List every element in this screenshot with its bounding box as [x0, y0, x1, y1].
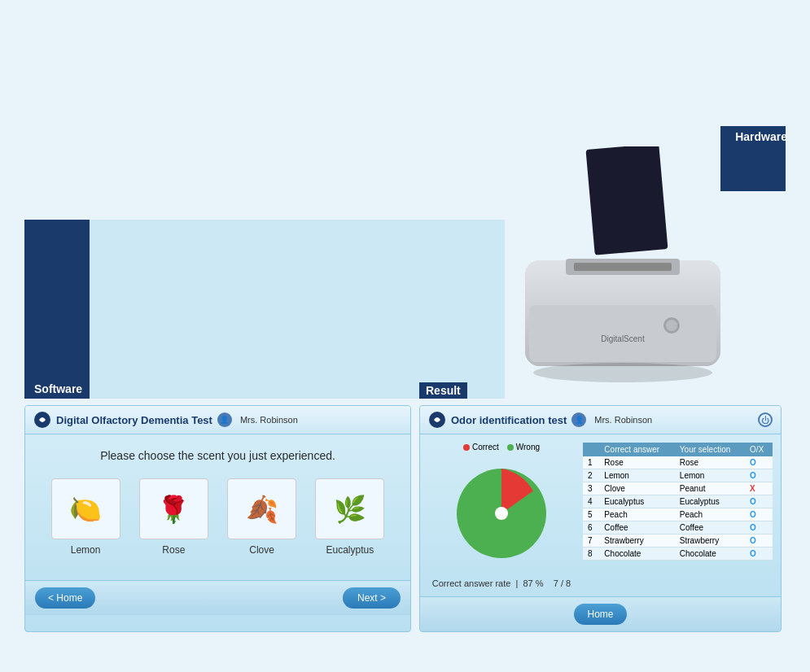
chart-area: Correct Wrong — [428, 443, 575, 588]
table-row: 1 Rose Rose O — [583, 456, 773, 469]
software-next-button[interactable]: Next > — [343, 587, 401, 609]
result-content: Correct Wrong — [420, 434, 781, 596]
correct-rate-label: Correct answer rate — [432, 578, 511, 588]
svg-rect-0 — [586, 146, 668, 255]
cell-correct: Chocolate — [599, 548, 674, 561]
cell-num: 5 — [583, 508, 599, 521]
cell-correct: Clove — [599, 482, 674, 495]
legend-wrong-label: Wrong — [516, 443, 540, 452]
ds-logo-software — [33, 411, 51, 429]
cell-correct: Eucalyptus — [599, 495, 674, 508]
results-table: Correct answer Your selection O/X 1 Rose… — [583, 443, 773, 561]
bg-light-right — [399, 220, 505, 399]
result-home-button[interactable]: Home — [574, 604, 626, 625]
scent-lemon[interactable]: 🍋 Lemon — [51, 478, 120, 556]
cell-ox: O — [745, 535, 773, 548]
cell-correct: Coffee — [599, 521, 674, 535]
legend-wrong-dot — [507, 444, 514, 451]
scent-eucalyptus[interactable]: 🌿 Eucalyptus — [315, 478, 384, 556]
table-row: 7 Strawberry Strawberry O — [583, 535, 773, 548]
cell-selected: Peach — [675, 508, 745, 521]
cell-selected: Lemon — [675, 469, 745, 482]
th-ox: O/X — [745, 443, 773, 456]
table-row: 2 Lemon Lemon O — [583, 469, 773, 482]
cell-num: 7 — [583, 535, 599, 548]
lemon-label: Lemon — [71, 544, 101, 556]
th-selected: Your selection — [675, 443, 745, 456]
result-panel-title: Odor identification test — [451, 414, 567, 426]
bg-light-left — [90, 220, 440, 399]
legend-correct-label: Correct — [472, 443, 499, 452]
cell-num: 6 — [583, 521, 599, 535]
scent-options: 🍋 Lemon 🌹 Rose 🍂 Clove 🌿 Eucalyptus — [42, 478, 394, 556]
software-content: Please choose the scent you just experie… — [25, 434, 410, 580]
cell-correct: Lemon — [599, 469, 674, 482]
cell-correct: Peach — [599, 508, 674, 521]
svg-point-13 — [495, 507, 508, 520]
hardware-device: DigitalScent — [509, 146, 737, 391]
cell-ox: X — [745, 482, 773, 495]
hardware-label: Hardware — [735, 130, 787, 143]
cell-ox: O — [745, 521, 773, 535]
svg-rect-4 — [574, 263, 672, 271]
user-icon-result: 👤 — [571, 412, 586, 427]
eucalyptus-image: 🌿 — [315, 478, 384, 539]
th-num — [583, 443, 599, 456]
legend-correct-dot — [463, 444, 470, 451]
eucalyptus-label: Eucalyptus — [326, 544, 374, 556]
power-button[interactable]: ⏻ — [758, 412, 773, 427]
table-row: 5 Peach Peach O — [583, 508, 773, 521]
software-panel-header: Digital Olfactory Dementia Test 👤 Mrs. R… — [25, 406, 410, 434]
software-label: Software — [34, 382, 82, 395]
chart-legend: Correct Wrong — [463, 443, 540, 452]
user-icon-software: 👤 — [217, 412, 232, 427]
cell-selected: Coffee — [675, 521, 745, 535]
correct-rate-fraction: 7 / 8 — [554, 578, 571, 588]
cell-correct: Strawberry — [599, 535, 674, 548]
cell-selected: Chocolate — [675, 548, 745, 561]
software-panel: Digital Olfactory Dementia Test 👤 Mrs. R… — [24, 405, 411, 632]
cell-selected: Peanut — [675, 482, 745, 495]
table-row: 3 Clove Peanut X — [583, 482, 773, 495]
cell-ox: O — [745, 495, 773, 508]
correct-rate-value: 87 % — [523, 578, 543, 588]
result-panel-user: Mrs. Robinson — [594, 415, 652, 425]
correct-rate-display: Correct answer rate | 87 % 7 / 8 — [432, 578, 571, 588]
cell-selected: Strawberry — [675, 535, 745, 548]
clove-image: 🍂 — [227, 478, 296, 539]
ds-logo-result — [428, 411, 446, 429]
cell-num: 1 — [583, 456, 599, 469]
software-panel-title: Digital Olfactory Dementia Test — [56, 414, 212, 426]
cell-selected: Rose — [675, 456, 745, 469]
legend-wrong: Wrong — [507, 443, 540, 452]
cell-num: 4 — [583, 495, 599, 508]
instruction-text: Please choose the scent you just experie… — [42, 446, 394, 465]
scent-rose[interactable]: 🌹 Rose — [139, 478, 208, 556]
cell-ox: O — [745, 469, 773, 482]
th-correct: Correct answer — [599, 443, 674, 456]
lemon-image: 🍋 — [51, 478, 120, 539]
software-home-button[interactable]: < Home — [35, 587, 95, 609]
software-panel-user: Mrs. Robinson — [240, 415, 298, 425]
clove-label: Clove — [249, 544, 274, 556]
rose-image: 🌹 — [139, 478, 208, 539]
cell-selected: Eucalyptus — [675, 495, 745, 508]
table-row: 4 Eucalyptus Eucalyptus O — [583, 495, 773, 508]
scent-clove[interactable]: 🍂 Clove — [227, 478, 296, 556]
cell-ox: O — [745, 548, 773, 561]
cell-num: 2 — [583, 469, 599, 482]
cell-ox: O — [745, 456, 773, 469]
cell-num: 3 — [583, 482, 599, 495]
cell-ox: O — [745, 508, 773, 521]
result-label: Result — [419, 382, 467, 399]
svg-rect-5 — [529, 305, 716, 362]
svg-point-8 — [666, 320, 677, 331]
cell-num: 8 — [583, 548, 599, 561]
result-panel: Odor identification test 👤 Mrs. Robinson… — [419, 405, 782, 632]
svg-text:DigitalScent: DigitalScent — [601, 334, 645, 343]
result-panel-header: Odor identification test 👤 Mrs. Robinson… — [420, 406, 781, 434]
cell-correct: Rose — [599, 456, 674, 469]
panels-container: Digital Olfactory Dementia Test 👤 Mrs. R… — [24, 405, 782, 632]
table-header-row: Correct answer Your selection O/X — [583, 443, 773, 456]
svg-point-9 — [533, 363, 712, 382]
